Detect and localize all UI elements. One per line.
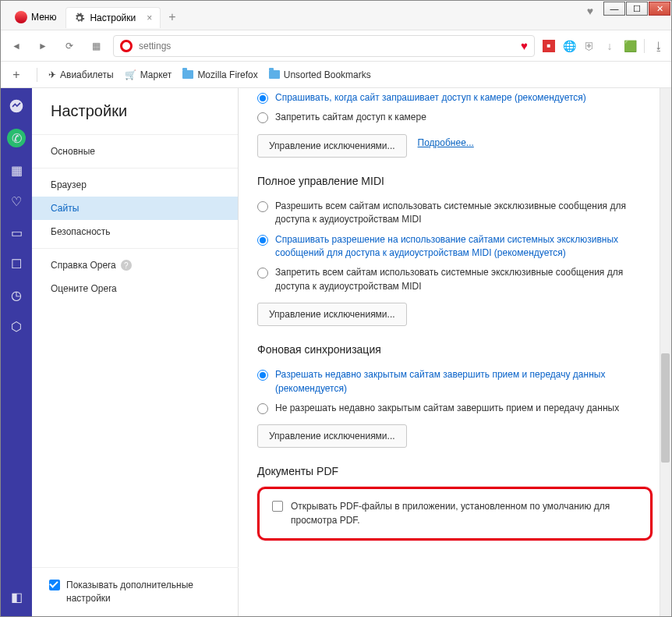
show-advanced-checkbox[interactable] bbox=[49, 580, 60, 590]
nav-basic[interactable]: Основные bbox=[32, 140, 238, 163]
camera-ask-label: Спрашивать, когда сайт запрашивает досту… bbox=[275, 91, 653, 105]
midi-allow-label: Разрешить всем сайтам использовать систе… bbox=[275, 200, 653, 227]
gear-icon bbox=[74, 12, 85, 23]
heart-icon[interactable]: ♥ bbox=[521, 39, 528, 52]
pdf-section-title: Документы PDF bbox=[257, 465, 653, 477]
news-icon[interactable]: ▭ bbox=[8, 224, 25, 241]
cart-icon: 🛒 bbox=[125, 69, 136, 80]
scroll-thumb[interactable] bbox=[661, 353, 670, 463]
minimize-button[interactable]: — bbox=[603, 2, 625, 16]
bgsync-allow-label: Разрешать недавно закрытым сайтам заверш… bbox=[275, 368, 653, 395]
help-icon: ? bbox=[121, 260, 132, 271]
tab-settings[interactable]: Настройки × bbox=[65, 7, 161, 28]
nav-help[interactable]: Справка Opera? bbox=[32, 254, 238, 277]
download-arrow-icon[interactable]: ↓ bbox=[603, 40, 616, 52]
window-controls: — ☐ ✕ bbox=[603, 1, 671, 16]
nav-help-label: Справка Opera bbox=[51, 260, 116, 271]
side-rail: ✆ ▦ ♡ ▭ ☐ ◷ ⬡ ◧ bbox=[1, 88, 32, 616]
nav-browser[interactable]: Браузер bbox=[32, 173, 238, 197]
bookmark-item[interactable]: 🛒Маркет bbox=[125, 69, 172, 80]
bookmark-item[interactable]: Unsorted Bookmarks bbox=[269, 69, 371, 80]
history-icon[interactable]: ◷ bbox=[8, 286, 25, 303]
address-field[interactable]: ♥ bbox=[113, 35, 535, 57]
bgsync-allow-radio[interactable] bbox=[257, 370, 268, 381]
nav-security[interactable]: Безопасность bbox=[32, 220, 238, 243]
bgsync-section-title: Фоновая синхронизация bbox=[257, 343, 653, 356]
camera-deny-label: Запретить сайтам доступ к камере bbox=[275, 111, 653, 124]
heart-outline-icon[interactable]: ♡ bbox=[8, 193, 25, 210]
midi-allow-radio[interactable] bbox=[257, 201, 268, 212]
new-tab-button[interactable]: + bbox=[168, 10, 175, 24]
globe-icon[interactable]: 🌐 bbox=[563, 40, 575, 52]
folder-icon bbox=[182, 70, 193, 79]
settings-content: Спрашивать, когда сайт запрашивает досту… bbox=[239, 88, 671, 616]
forward-button[interactable]: ► bbox=[34, 37, 52, 55]
midi-exceptions-button[interactable]: Управление исключениями... bbox=[257, 303, 407, 326]
midi-ask-label: Спрашивать разрешение на использование с… bbox=[275, 233, 653, 261]
midi-ask-radio[interactable] bbox=[257, 235, 268, 246]
close-button[interactable]: ✕ bbox=[649, 2, 670, 16]
main-menu-button[interactable]: Меню bbox=[9, 8, 62, 27]
bgsync-deny-label: Не разрешать недавно закрытым сайтам зав… bbox=[275, 402, 653, 415]
tab-label: Настройки bbox=[90, 12, 136, 23]
collapse-icon[interactable]: ◧ bbox=[8, 588, 25, 605]
reload-button[interactable]: ⟳ bbox=[60, 37, 79, 55]
camera-ask-radio[interactable] bbox=[257, 93, 268, 104]
page-title: Настройки bbox=[32, 102, 238, 134]
whatsapp-icon[interactable]: ✆ bbox=[7, 129, 26, 147]
shield-icon[interactable]: ⛨ bbox=[583, 40, 596, 52]
settings-nav: Настройки Основные Браузер Сайты Безопас… bbox=[32, 88, 239, 616]
nav-rate[interactable]: Оцените Opera bbox=[32, 277, 238, 300]
midi-deny-label: Запретить всем сайтам использовать систе… bbox=[275, 266, 653, 293]
midi-deny-radio[interactable] bbox=[257, 268, 268, 278]
back-button[interactable]: ◄ bbox=[7, 37, 26, 55]
bgsync-exceptions-button[interactable]: Управление исключениями... bbox=[257, 424, 407, 448]
pdf-open-external-checkbox[interactable] bbox=[272, 501, 283, 512]
camera-deny-radio[interactable] bbox=[257, 112, 268, 123]
address-input[interactable] bbox=[139, 41, 515, 51]
maximize-button[interactable]: ☐ bbox=[626, 2, 648, 16]
midi-section-title: Полное управление MIDI bbox=[257, 175, 653, 187]
plane-icon: ✈ bbox=[48, 69, 56, 80]
opera-o-icon bbox=[120, 40, 133, 52]
extensions-icon[interactable]: ⬡ bbox=[8, 317, 25, 335]
bookmark-item[interactable]: Mozilla Firefox bbox=[182, 69, 257, 80]
tab-close-icon[interactable]: × bbox=[147, 12, 152, 23]
bookmark-item[interactable]: ✈Авиабилеты bbox=[48, 69, 114, 80]
add-bookmark-button[interactable]: + bbox=[7, 68, 26, 82]
show-advanced-label: Показывать дополнительные настройки bbox=[66, 579, 221, 605]
speed-dial-button[interactable]: ▦ bbox=[87, 37, 105, 55]
camera-learn-more-link[interactable]: Подробнее... bbox=[418, 137, 474, 148]
scrollbar[interactable] bbox=[660, 88, 671, 616]
pdf-open-external-label: Открывать PDF-файлы в приложении, устано… bbox=[291, 500, 638, 527]
messenger-icon[interactable] bbox=[8, 98, 25, 115]
bookmark-label: Mozilla Firefox bbox=[197, 69, 257, 80]
pdf-highlight-box: Открывать PDF-файлы в приложении, устано… bbox=[257, 487, 653, 541]
bgsync-deny-radio[interactable] bbox=[257, 403, 268, 414]
grid-icon[interactable]: ▦ bbox=[8, 161, 25, 179]
menu-label: Меню bbox=[31, 12, 56, 23]
bookmark-label: Unsorted Bookmarks bbox=[284, 69, 371, 80]
bookmark-label: Авиабилеты bbox=[60, 69, 114, 80]
bookmark-label: Маркет bbox=[140, 69, 172, 80]
opera-logo-icon bbox=[15, 11, 27, 23]
nav-sites[interactable]: Сайты bbox=[32, 197, 238, 220]
folder-icon bbox=[269, 70, 280, 79]
extension-icon[interactable]: ■ bbox=[543, 40, 555, 52]
download-icon[interactable]: ⭳ bbox=[653, 40, 665, 52]
camera-exceptions-button[interactable]: Управление исключениями... bbox=[257, 134, 407, 158]
bookmark-icon[interactable]: ☐ bbox=[8, 255, 25, 272]
extension-icon[interactable]: 🟩 bbox=[624, 40, 636, 52]
system-tray-icon: ♥ bbox=[587, 5, 593, 17]
